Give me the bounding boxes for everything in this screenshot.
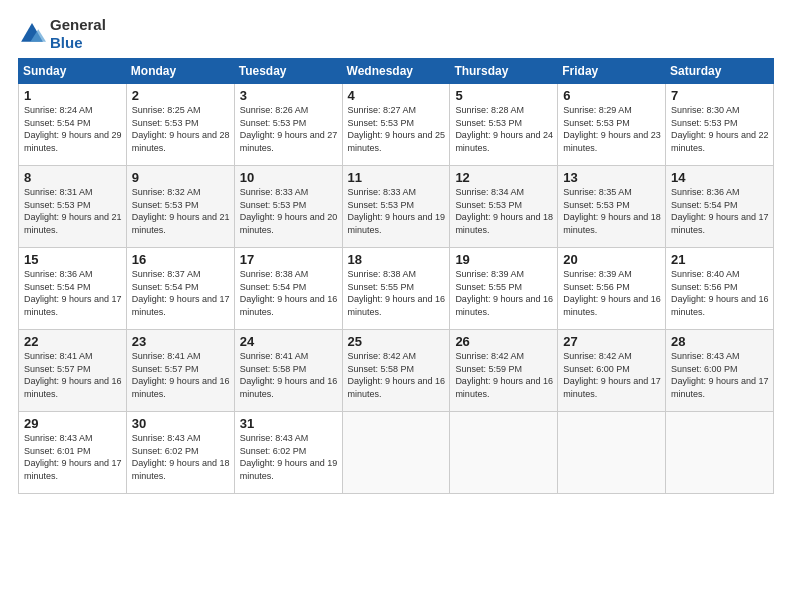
- day-headers: SundayMondayTuesdayWednesdayThursdayFrid…: [19, 59, 774, 84]
- day-info: Sunrise: 8:34 AM Sunset: 5:53 PM Dayligh…: [455, 186, 553, 236]
- logo-area: General Blue: [18, 16, 106, 52]
- day-info: Sunrise: 8:31 AM Sunset: 5:53 PM Dayligh…: [24, 186, 122, 236]
- day-number: 7: [671, 88, 769, 103]
- calendar-cell: 3 Sunrise: 8:26 AM Sunset: 5:53 PM Dayli…: [234, 84, 342, 166]
- calendar-cell: 9 Sunrise: 8:32 AM Sunset: 5:53 PM Dayli…: [126, 166, 234, 248]
- calendar-cell: 26 Sunrise: 8:42 AM Sunset: 5:59 PM Dayl…: [450, 330, 558, 412]
- day-number: 11: [348, 170, 446, 185]
- day-info: Sunrise: 8:43 AM Sunset: 6:00 PM Dayligh…: [671, 350, 769, 400]
- calendar-cell: 17 Sunrise: 8:38 AM Sunset: 5:54 PM Dayl…: [234, 248, 342, 330]
- day-info: Sunrise: 8:35 AM Sunset: 5:53 PM Dayligh…: [563, 186, 661, 236]
- week-row-5: 29 Sunrise: 8:43 AM Sunset: 6:01 PM Dayl…: [19, 412, 774, 494]
- day-number: 4: [348, 88, 446, 103]
- calendar-cell: [450, 412, 558, 494]
- day-info: Sunrise: 8:42 AM Sunset: 5:58 PM Dayligh…: [348, 350, 446, 400]
- day-number: 17: [240, 252, 338, 267]
- day-header-thursday: Thursday: [450, 59, 558, 84]
- calendar-cell: 11 Sunrise: 8:33 AM Sunset: 5:53 PM Dayl…: [342, 166, 450, 248]
- calendar-cell: 1 Sunrise: 8:24 AM Sunset: 5:54 PM Dayli…: [19, 84, 127, 166]
- day-header-tuesday: Tuesday: [234, 59, 342, 84]
- day-header-monday: Monday: [126, 59, 234, 84]
- day-number: 20: [563, 252, 661, 267]
- day-number: 1: [24, 88, 122, 103]
- day-number: 12: [455, 170, 553, 185]
- calendar-cell: 31 Sunrise: 8:43 AM Sunset: 6:02 PM Dayl…: [234, 412, 342, 494]
- day-number: 27: [563, 334, 661, 349]
- day-info: Sunrise: 8:29 AM Sunset: 5:53 PM Dayligh…: [563, 104, 661, 154]
- day-header-saturday: Saturday: [666, 59, 774, 84]
- calendar-cell: 6 Sunrise: 8:29 AM Sunset: 5:53 PM Dayli…: [558, 84, 666, 166]
- day-info: Sunrise: 8:41 AM Sunset: 5:57 PM Dayligh…: [24, 350, 122, 400]
- day-info: Sunrise: 8:43 AM Sunset: 6:02 PM Dayligh…: [240, 432, 338, 482]
- day-info: Sunrise: 8:33 AM Sunset: 5:53 PM Dayligh…: [240, 186, 338, 236]
- day-info: Sunrise: 8:40 AM Sunset: 5:56 PM Dayligh…: [671, 268, 769, 318]
- day-info: Sunrise: 8:36 AM Sunset: 5:54 PM Dayligh…: [24, 268, 122, 318]
- week-row-3: 15 Sunrise: 8:36 AM Sunset: 5:54 PM Dayl…: [19, 248, 774, 330]
- calendar-cell: 15 Sunrise: 8:36 AM Sunset: 5:54 PM Dayl…: [19, 248, 127, 330]
- day-number: 8: [24, 170, 122, 185]
- day-number: 14: [671, 170, 769, 185]
- calendar-cell: [342, 412, 450, 494]
- day-header-friday: Friday: [558, 59, 666, 84]
- logo-text: General Blue: [50, 16, 106, 52]
- day-info: Sunrise: 8:32 AM Sunset: 5:53 PM Dayligh…: [132, 186, 230, 236]
- week-row-4: 22 Sunrise: 8:41 AM Sunset: 5:57 PM Dayl…: [19, 330, 774, 412]
- day-info: Sunrise: 8:41 AM Sunset: 5:57 PM Dayligh…: [132, 350, 230, 400]
- calendar-cell: 24 Sunrise: 8:41 AM Sunset: 5:58 PM Dayl…: [234, 330, 342, 412]
- calendar-cell: 27 Sunrise: 8:42 AM Sunset: 6:00 PM Dayl…: [558, 330, 666, 412]
- day-number: 6: [563, 88, 661, 103]
- calendar-cell: 16 Sunrise: 8:37 AM Sunset: 5:54 PM Dayl…: [126, 248, 234, 330]
- day-number: 30: [132, 416, 230, 431]
- day-number: 15: [24, 252, 122, 267]
- calendar-cell: 12 Sunrise: 8:34 AM Sunset: 5:53 PM Dayl…: [450, 166, 558, 248]
- calendar-cell: 19 Sunrise: 8:39 AM Sunset: 5:55 PM Dayl…: [450, 248, 558, 330]
- day-number: 18: [348, 252, 446, 267]
- day-info: Sunrise: 8:30 AM Sunset: 5:53 PM Dayligh…: [671, 104, 769, 154]
- calendar-cell: 21 Sunrise: 8:40 AM Sunset: 5:56 PM Dayl…: [666, 248, 774, 330]
- day-number: 2: [132, 88, 230, 103]
- calendar-cell: 22 Sunrise: 8:41 AM Sunset: 5:57 PM Dayl…: [19, 330, 127, 412]
- calendar-cell: 7 Sunrise: 8:30 AM Sunset: 5:53 PM Dayli…: [666, 84, 774, 166]
- calendar-page: General Blue SundayMondayTuesdayWednesda…: [0, 0, 792, 612]
- day-number: 13: [563, 170, 661, 185]
- calendar-cell: 10 Sunrise: 8:33 AM Sunset: 5:53 PM Dayl…: [234, 166, 342, 248]
- calendar-cell: 13 Sunrise: 8:35 AM Sunset: 5:53 PM Dayl…: [558, 166, 666, 248]
- day-number: 28: [671, 334, 769, 349]
- day-info: Sunrise: 8:38 AM Sunset: 5:54 PM Dayligh…: [240, 268, 338, 318]
- day-number: 19: [455, 252, 553, 267]
- day-info: Sunrise: 8:42 AM Sunset: 5:59 PM Dayligh…: [455, 350, 553, 400]
- day-info: Sunrise: 8:28 AM Sunset: 5:53 PM Dayligh…: [455, 104, 553, 154]
- day-number: 23: [132, 334, 230, 349]
- calendar-cell: 28 Sunrise: 8:43 AM Sunset: 6:00 PM Dayl…: [666, 330, 774, 412]
- calendar-cell: 14 Sunrise: 8:36 AM Sunset: 5:54 PM Dayl…: [666, 166, 774, 248]
- day-number: 16: [132, 252, 230, 267]
- day-number: 5: [455, 88, 553, 103]
- day-number: 26: [455, 334, 553, 349]
- day-info: Sunrise: 8:36 AM Sunset: 5:54 PM Dayligh…: [671, 186, 769, 236]
- calendar-cell: 5 Sunrise: 8:28 AM Sunset: 5:53 PM Dayli…: [450, 84, 558, 166]
- week-row-2: 8 Sunrise: 8:31 AM Sunset: 5:53 PM Dayli…: [19, 166, 774, 248]
- calendar-cell: 8 Sunrise: 8:31 AM Sunset: 5:53 PM Dayli…: [19, 166, 127, 248]
- day-info: Sunrise: 8:33 AM Sunset: 5:53 PM Dayligh…: [348, 186, 446, 236]
- day-number: 25: [348, 334, 446, 349]
- calendar-cell: 29 Sunrise: 8:43 AM Sunset: 6:01 PM Dayl…: [19, 412, 127, 494]
- calendar-cell: 20 Sunrise: 8:39 AM Sunset: 5:56 PM Dayl…: [558, 248, 666, 330]
- day-header-wednesday: Wednesday: [342, 59, 450, 84]
- logo-icon: [18, 20, 46, 48]
- day-info: Sunrise: 8:38 AM Sunset: 5:55 PM Dayligh…: [348, 268, 446, 318]
- week-row-1: 1 Sunrise: 8:24 AM Sunset: 5:54 PM Dayli…: [19, 84, 774, 166]
- calendar-table: SundayMondayTuesdayWednesdayThursdayFrid…: [18, 58, 774, 494]
- day-info: Sunrise: 8:41 AM Sunset: 5:58 PM Dayligh…: [240, 350, 338, 400]
- calendar-cell: 23 Sunrise: 8:41 AM Sunset: 5:57 PM Dayl…: [126, 330, 234, 412]
- calendar-cell: [666, 412, 774, 494]
- calendar-cell: 18 Sunrise: 8:38 AM Sunset: 5:55 PM Dayl…: [342, 248, 450, 330]
- day-info: Sunrise: 8:27 AM Sunset: 5:53 PM Dayligh…: [348, 104, 446, 154]
- day-info: Sunrise: 8:39 AM Sunset: 5:56 PM Dayligh…: [563, 268, 661, 318]
- day-number: 3: [240, 88, 338, 103]
- day-info: Sunrise: 8:43 AM Sunset: 6:01 PM Dayligh…: [24, 432, 122, 482]
- day-info: Sunrise: 8:42 AM Sunset: 6:00 PM Dayligh…: [563, 350, 661, 400]
- day-info: Sunrise: 8:26 AM Sunset: 5:53 PM Dayligh…: [240, 104, 338, 154]
- day-info: Sunrise: 8:24 AM Sunset: 5:54 PM Dayligh…: [24, 104, 122, 154]
- calendar-cell: 2 Sunrise: 8:25 AM Sunset: 5:53 PM Dayli…: [126, 84, 234, 166]
- day-number: 31: [240, 416, 338, 431]
